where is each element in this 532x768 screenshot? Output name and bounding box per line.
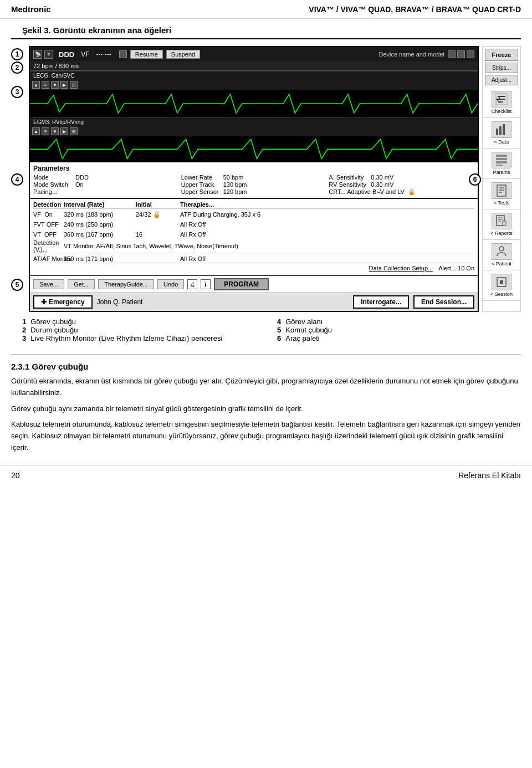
emergency-button[interactable]: ✚ Emergency bbox=[33, 295, 93, 309]
ecg2-btn-fwd[interactable]: ▶ bbox=[60, 127, 68, 135]
page-header: Medtronic VIVA™ / VIVA™ QUAD, BRAVA™ / B… bbox=[0, 0, 532, 19]
device-toolbar: 📡 ≡ DDD VF --- --- Resume Suspend Device… bbox=[30, 47, 478, 62]
param-row-ms: Mode Switch On bbox=[33, 181, 179, 188]
palette-checklist[interactable]: Checklist bbox=[483, 88, 520, 118]
param-row-rv: RV Sensitivity 0.30 mV bbox=[329, 181, 474, 188]
ecg-btn-fwd[interactable]: ▶ bbox=[60, 81, 68, 89]
palette-patient[interactable]: < Patient bbox=[483, 240, 520, 270]
therapy-guide-button[interactable]: TherapyGuide... bbox=[98, 279, 154, 289]
undo-button[interactable]: Undo bbox=[157, 279, 184, 289]
param-us-label: Upper Sensor bbox=[181, 188, 220, 196]
caption-item-4: 4 Görev alanı bbox=[277, 318, 510, 326]
label-6: 6 bbox=[469, 173, 481, 186]
ecg2-btn-up[interactable]: ▲ bbox=[32, 127, 40, 135]
suspend-button[interactable]: Suspend bbox=[166, 50, 200, 59]
palette-session[interactable]: < Session bbox=[483, 270, 520, 301]
freeze-button[interactable]: Freeze bbox=[485, 49, 518, 61]
det-row-vt: VT OFF 360 ms (167 bpm) 16 All Rx Off bbox=[33, 229, 474, 239]
param-ut-value: 130 bpm bbox=[223, 181, 247, 188]
session-icon bbox=[492, 274, 511, 290]
toolbar-icon-group: 📡 ≡ bbox=[33, 50, 53, 59]
ecg2-btn-dn[interactable]: ▼ bbox=[51, 127, 59, 135]
sq-icon-2 bbox=[457, 50, 465, 58]
param-row-us: Upper Sensor 120 bpm bbox=[181, 188, 327, 196]
device-name-label: Device name and model bbox=[378, 51, 444, 58]
resume-button[interactable]: Resume bbox=[130, 50, 163, 59]
toolbar-sq1 bbox=[119, 50, 127, 58]
det-vf-label: VF On bbox=[33, 211, 64, 218]
interrogate-button[interactable]: Interrogate... bbox=[353, 295, 409, 309]
ecg2-btn-eq[interactable]: ≡ bbox=[42, 127, 49, 135]
ddd-label: DDD bbox=[59, 50, 74, 59]
get-button[interactable]: Get... bbox=[68, 279, 95, 289]
params-section: Parameters Mode DDD Lower Rate 50 bpm A. bbox=[30, 161, 478, 198]
ecg-btn-eq[interactable]: ≡ bbox=[42, 81, 49, 89]
param-us-value: 120 bpm bbox=[223, 188, 247, 196]
patient-name: John Q. Patient bbox=[97, 298, 143, 306]
brand-label: Medtronic bbox=[11, 4, 51, 14]
info-icon: ℹ bbox=[201, 279, 211, 289]
data-collection-label[interactable]: Data Collection Setup... bbox=[369, 265, 433, 272]
label-2: 2 bbox=[11, 62, 23, 74]
caption-item-5: 5 Komut çubuğu bbox=[277, 326, 510, 334]
param-as-value: 0.30 mV bbox=[371, 174, 393, 181]
sq-icon-1 bbox=[448, 50, 456, 58]
program-button[interactable]: PROGRAM bbox=[214, 278, 269, 290]
paragraph-3: Kablosuz telemetri oturumunda, kablosuz … bbox=[11, 419, 521, 453]
ecg-canvas-2 bbox=[30, 136, 478, 161]
caption-item-6: 6 Araç paleti bbox=[277, 334, 510, 342]
sub-heading-231: 2.3.1 Görev çubuğu bbox=[11, 362, 521, 371]
label-1: 1 bbox=[11, 48, 23, 60]
ecg-btn-grid[interactable]: ⊞ bbox=[70, 81, 78, 89]
det-row-ataf: AT/AF Monitor 350 ms (171 bpm) All Rx Of… bbox=[33, 253, 474, 263]
det-ataf-label: AT/AF Monitor bbox=[33, 255, 64, 262]
param-ms-label: Mode Switch bbox=[33, 181, 72, 188]
det-row-v: Detection (V.)... VT Monitor, AF/Afl, Si… bbox=[33, 239, 474, 253]
end-session-button[interactable]: End Session... bbox=[413, 295, 474, 309]
param-crt-label: CRT... Adaptive Bi-V and LV bbox=[329, 188, 405, 196]
data-label: < Data bbox=[494, 139, 509, 145]
svg-rect-5 bbox=[499, 126, 502, 135]
param-mode-value: DDD bbox=[75, 174, 89, 181]
save-button[interactable]: Save... bbox=[33, 279, 64, 289]
ecg-waveform-2 bbox=[30, 136, 478, 161]
palette-data[interactable]: < Data bbox=[483, 118, 520, 149]
caption-item-3: 3 Live Rhythm Monitor (Live Rhythm İzlem… bbox=[22, 334, 255, 342]
toolbar-right-icons bbox=[448, 50, 474, 58]
det-hdr-therapies: Therapies... bbox=[180, 201, 474, 208]
section-divider bbox=[11, 355, 521, 355]
wifi-icon: 📡 bbox=[33, 50, 42, 59]
detection-section: Detection Interval (Rate) Initial Therap… bbox=[30, 198, 478, 275]
caption-text-5: Komut çubuğu bbox=[285, 326, 332, 334]
emergency-cross: ✚ bbox=[41, 298, 47, 306]
palette-params[interactable]: Params bbox=[483, 149, 520, 179]
paragraph-1: Görüntü ekranında, ekranın üst kısmında … bbox=[11, 376, 521, 399]
reports-label: < Reports bbox=[490, 231, 512, 236]
det-hdr-detection: Detection bbox=[33, 201, 64, 208]
ecg-btn-up[interactable]: ▲ bbox=[32, 81, 40, 89]
svg-rect-10 bbox=[496, 165, 503, 166]
data-icon bbox=[492, 121, 511, 138]
caption-num-1: 1 bbox=[22, 318, 26, 326]
params-svg bbox=[495, 153, 508, 167]
caption-text-3: Live Rhythm Monitor (Live Rhythm İzleme … bbox=[30, 334, 222, 342]
label-4: 4 bbox=[11, 173, 23, 186]
palette-top-area: Freeze Strips... Adjust... bbox=[483, 47, 520, 88]
ecg2-btn-grid[interactable]: ⊞ bbox=[70, 127, 78, 135]
caption-table: 1 Görev çubuğu 2 Durum çubuğu 3 Live Rhy… bbox=[11, 318, 521, 342]
det-vt-label: VT OFF bbox=[33, 231, 64, 238]
egm-label-bar: EGM3: RVtip/RVring bbox=[30, 117, 478, 126]
svg-point-20 bbox=[499, 247, 504, 251]
label-3: 3 bbox=[11, 86, 23, 98]
paragraph-2: Görev çubuğu aynı zamanda bir telemetri … bbox=[11, 403, 521, 415]
palette-reports[interactable]: < Reports bbox=[483, 209, 520, 240]
caption-right: 4 Görev alanı 5 Komut çubuğu 6 Araç pale… bbox=[277, 318, 510, 342]
strips-button[interactable]: Strips... bbox=[485, 63, 518, 73]
vf-label: VF bbox=[81, 50, 89, 58]
caption-text-1: Görev çubuğu bbox=[30, 318, 76, 326]
adjust-button[interactable]: Adjust... bbox=[485, 75, 518, 85]
param-lr-label: Lower Rate bbox=[181, 174, 220, 181]
param-row-ut: Upper Track 130 bpm bbox=[181, 181, 327, 188]
ecg-btn-dn[interactable]: ▼ bbox=[51, 81, 59, 89]
palette-tests[interactable]: < Tests bbox=[483, 179, 520, 209]
